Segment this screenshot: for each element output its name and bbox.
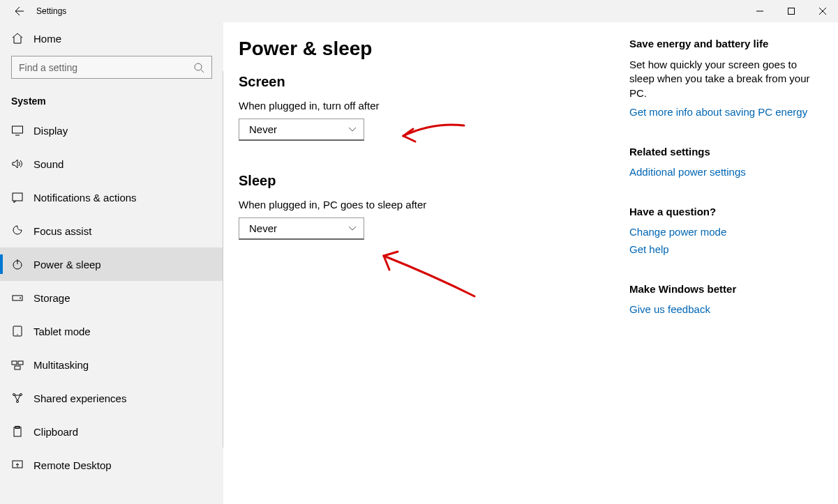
sidebar-item-multitasking[interactable]: Multitasking [0,348,223,381]
sidebar-home-label: Home [33,33,61,45]
sidebar-section-label: System [0,86,223,114]
focus-assist-icon [11,224,24,237]
aside-feedback-heading: Make Windows better [629,283,811,295]
page-title: Power & sleep [239,38,608,60]
svg-point-6 [20,298,21,299]
sleep-timeout-dropdown[interactable]: Never [239,217,364,240]
sidebar-item-power-sleep[interactable]: Power & sleep [0,247,223,281]
arrow-left-icon [13,6,24,17]
home-icon [11,32,24,45]
sidebar-item-label: Shared experiences [33,392,126,404]
aside-energy-heading: Save energy and battery life [629,38,811,49]
maximize-button[interactable] [775,0,807,22]
chevron-down-icon [348,224,357,233]
aside-question-heading: Have a question? [629,206,811,217]
search-box[interactable] [11,56,212,79]
sidebar-item-display[interactable]: Display [0,114,223,147]
sidebar-item-label: Focus assist [33,225,91,237]
titlebar: Settings [0,0,838,22]
aside-change-power-mode-link[interactable]: Change power mode [629,226,811,238]
sleep-setting-label: When plugged in, PC goes to sleep after [239,199,608,211]
svg-rect-10 [18,361,23,365]
minimize-icon [756,8,763,15]
shared-experiences-icon [11,392,24,404]
power-icon [11,258,24,270]
aside-related-heading: Related settings [629,146,811,158]
svg-rect-0 [788,8,794,15]
tablet-icon [11,325,24,337]
aside-energy-block: Save energy and battery life Set how qui… [629,38,811,118]
search-icon [193,62,204,73]
close-button[interactable] [807,0,838,22]
main-content: Power & sleep Screen When plugged in, tu… [223,22,838,504]
screen-timeout-dropdown[interactable]: Never [239,119,364,141]
sidebar-item-label: Display [33,125,68,137]
maximize-icon [788,8,795,15]
window-title: Settings [36,6,66,16]
back-button[interactable] [13,6,24,17]
aside-related-block: Related settings Additional power settin… [629,146,811,178]
close-icon [819,8,826,15]
svg-rect-11 [15,366,20,369]
aside-question-block: Have a question? Change power mode Get h… [629,206,811,255]
notifications-icon [11,191,24,204]
remote-desktop-icon [11,459,24,471]
aside-related-link[interactable]: Additional power settings [629,166,811,178]
titlebar-left: Settings [0,6,66,17]
svg-point-8 [17,334,17,335]
sidebar-home[interactable]: Home [0,22,223,52]
window-controls [744,0,838,22]
sleep-timeout-value: Never [249,222,277,234]
sidebar-item-sound[interactable]: Sound [0,147,223,181]
svg-rect-3 [13,193,22,201]
sidebar-item-notifications[interactable]: Notifications & actions [0,181,223,214]
storage-icon [11,291,24,304]
aside-energy-text: Set how quickly your screen goes to slee… [629,58,811,100]
sidebar-item-label: Multitasking [33,359,89,371]
screen-timeout-value: Never [249,123,277,135]
sidebar-item-label: Sound [33,158,63,170]
aside-column: Save energy and battery life Set how qui… [629,38,811,504]
aside-feedback-link[interactable]: Give us feedback [629,303,811,315]
sidebar-item-tablet-mode[interactable]: Tablet mode [0,314,223,348]
svg-point-1 [195,63,202,70]
sidebar-item-label: Clipboard [33,426,78,438]
sidebar-item-shared-experiences[interactable]: Shared experiences [0,381,223,415]
search-wrap [0,52,223,86]
sidebar-item-focus-assist[interactable]: Focus assist [0,214,223,247]
sidebar-item-clipboard[interactable]: Clipboard [0,415,223,448]
search-input[interactable] [19,62,193,73]
sound-icon [11,158,24,170]
screen-heading: Screen [239,74,608,90]
clipboard-icon [11,425,24,438]
multitasking-icon [11,358,24,371]
aside-feedback-block: Make Windows better Give us feedback [629,283,811,315]
sidebar-item-storage[interactable]: Storage [0,281,223,314]
minimize-button[interactable] [744,0,775,22]
settings-sidebar: Home System Display Sound Notifications … [0,22,223,504]
svg-rect-2 [13,126,23,133]
display-icon [11,124,24,137]
screen-setting-label: When plugged in, turn off after [239,100,608,112]
sidebar-nav-list: Display Sound Notifications & actions Fo… [0,114,223,482]
sidebar-item-label: Power & sleep [33,259,101,270]
settings-column: Power & sleep Screen When plugged in, tu… [239,38,629,504]
sidebar-item-remote-desktop[interactable]: Remote Desktop [0,448,223,482]
chevron-down-icon [348,125,357,134]
aside-get-help-link[interactable]: Get help [629,243,811,255]
sidebar-item-label: Remote Desktop [33,459,112,471]
sidebar-item-label: Notifications & actions [33,192,137,204]
sidebar-item-label: Tablet mode [33,326,91,337]
sleep-heading: Sleep [239,173,608,189]
sidebar-item-label: Storage [33,292,70,304]
aside-energy-link[interactable]: Get more info about saving PC energy [629,106,811,118]
svg-rect-9 [12,361,17,365]
